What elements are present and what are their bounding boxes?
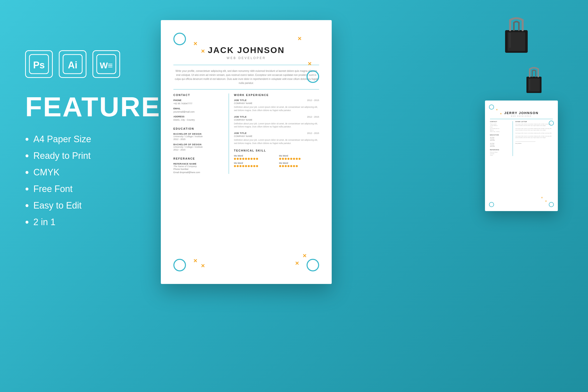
small-education-label: EDUCATION (490, 134, 510, 136)
resume-profile-text: Write your profile, consectetuer adipisc… (173, 69, 319, 85)
small-deco-circle-tl (489, 105, 494, 110)
work-item-1: JOB TITLE 2012 - 2015 COMPANY NAME Defin… (234, 99, 319, 112)
skill-name-1: Ms Word (234, 155, 274, 157)
resume-job-title: WEB DEVELOPER (173, 56, 319, 60)
deco-x-2: × (201, 48, 205, 54)
email-value: youremail@mail.com (173, 110, 224, 114)
dot (287, 158, 289, 160)
small-divider-1 (490, 119, 553, 119)
small-edu-text-2: Job Title2Company2012-2015 (490, 143, 510, 147)
address-label: Address (173, 115, 224, 118)
illustrator-icon: Ai (59, 50, 86, 78)
contact-section-title: CONTACT (173, 93, 224, 96)
small-deco-x-3: × (545, 200, 547, 203)
software-icons-row: Ps Ai W≡ (25, 50, 151, 78)
small-referance-label: REFERANCE (490, 149, 510, 151)
dot (239, 165, 241, 167)
dot (253, 165, 255, 167)
dot (293, 158, 295, 160)
feature-item-cmyk: CMYK (25, 166, 151, 178)
dot (234, 165, 236, 167)
job-desc-2: Definition about your job. Lorem ipsum d… (234, 122, 319, 129)
dot (234, 158, 236, 160)
ref-email: Email dropmail@here.com (173, 171, 224, 174)
dot (242, 158, 244, 160)
ref-phone: Phone Number (173, 168, 224, 171)
deco-x-6: × (201, 262, 205, 269)
edu-years-1: 2012 - 2015 (173, 138, 224, 141)
skill-item-3: Ms Word (234, 162, 274, 167)
dot (237, 165, 239, 167)
small-contact-text: Phone number+62 85 3434xxxxEmailyouremai… (490, 123, 510, 132)
edu-inst-2: University / Collage / Institute (173, 146, 224, 148)
dot (245, 165, 247, 167)
resume-header: JACK JOHNSON WEB DEVELOPER (173, 45, 319, 60)
small-deco-circle-br (549, 202, 554, 207)
dot (256, 165, 258, 167)
work-header-1: JOB TITLE 2012 - 2015 (234, 99, 319, 102)
feature-item-font: Free Font (25, 183, 151, 195)
skill-section-title: TECHNICAL SKILL (234, 149, 319, 152)
deco-circle-bottom-right (307, 259, 319, 271)
dot (282, 165, 284, 167)
deco-x-3: × (298, 35, 302, 42)
small-deco-x-2: × (500, 112, 502, 115)
deco-x-1: × (193, 40, 197, 47)
small-sig-line (515, 141, 535, 142)
deco-x-5: × (193, 257, 197, 264)
small-cover-label: COVER LETTER (515, 121, 553, 122)
phone-value: +62 85 743047777 (173, 102, 224, 105)
skill-dots-1 (234, 158, 274, 160)
skill-item-2: Ms Word (279, 155, 319, 160)
dot (287, 165, 289, 167)
feature-title: FEATURE (25, 93, 151, 121)
job-date-3: 2012 - 2015 (307, 132, 319, 134)
company-name-2: COMPANY NAME (234, 119, 319, 121)
dot (251, 158, 253, 160)
feature-item-print: Ready to Print (25, 150, 151, 162)
dot (242, 165, 244, 167)
small-deco-circle-bl (489, 202, 494, 207)
edu-inst-1: University / Collage / Institute (173, 135, 224, 138)
dot (285, 165, 287, 167)
svg-rect-11 (529, 79, 530, 90)
dot (290, 158, 292, 160)
job-desc-1: Definition about your job. Lorem ipsum d… (234, 106, 319, 112)
dot (253, 158, 255, 160)
dot (296, 158, 298, 160)
svg-text:Ps: Ps (33, 60, 45, 70)
ref-name: REFERANCE NAME (173, 163, 224, 165)
small-right-col: COVER LETTER Lorem ipsum dolor sit amet,… (515, 121, 553, 156)
small-resume-title: WEB DEVELOPER (490, 115, 553, 117)
small-body: CONTACT Phone number+62 85 3434xxxxEmail… (490, 121, 553, 156)
work-item-3: JOB TITLE 2012 - 2015 COMPANY NAME Defin… (234, 132, 319, 145)
education-section-title: EDUCATION (173, 127, 224, 130)
resume-small-card: × × × × JERRY JOHNSON WEB DEVELOPER CONT… (485, 101, 558, 211)
dot (245, 158, 247, 160)
resume-divider-top (173, 65, 319, 65)
resume-right-col: WORK EXPERIENCE JOB TITLE 2012 - 2015 CO… (234, 93, 319, 174)
edu-degree-2: BACHELOR OF DESIGN (173, 143, 224, 146)
dot (239, 158, 241, 160)
resume-main-card: × × × × × × × × JACK JOHNSON WEB DEVELOP… (161, 20, 332, 284)
job-title-3: JOB TITLE (234, 132, 247, 134)
small-contact-label: CONTACT (490, 121, 510, 122)
phone-label: Phone (173, 99, 224, 102)
deco-circle-top-left (173, 33, 186, 45)
ref-company: The Name of Company (173, 165, 224, 168)
dot (285, 158, 287, 160)
small-cover-text: Lorem ipsum dolor sit amet, consectetuer… (515, 123, 553, 138)
dot (251, 165, 253, 167)
feature-item-2in1: 2 in 1 (25, 216, 151, 228)
small-edu-text: Job Title1Company2012-2015 (490, 137, 510, 141)
left-panel: Ps Ai W≡ FEATURE A4 Paper Size Ready to … (25, 50, 151, 233)
skill-dots-3 (234, 165, 274, 167)
dot (279, 165, 281, 167)
dot (279, 158, 281, 160)
job-title-1: JOB TITLE (234, 99, 247, 102)
skill-name-2: Ms Word (279, 155, 319, 157)
small-deco-x-4: × (541, 196, 543, 199)
small-deco-circle-tr (549, 121, 554, 126)
address-value: Distric, City - Country (173, 118, 224, 122)
job-date-1: 2012 - 2015 (307, 99, 319, 102)
